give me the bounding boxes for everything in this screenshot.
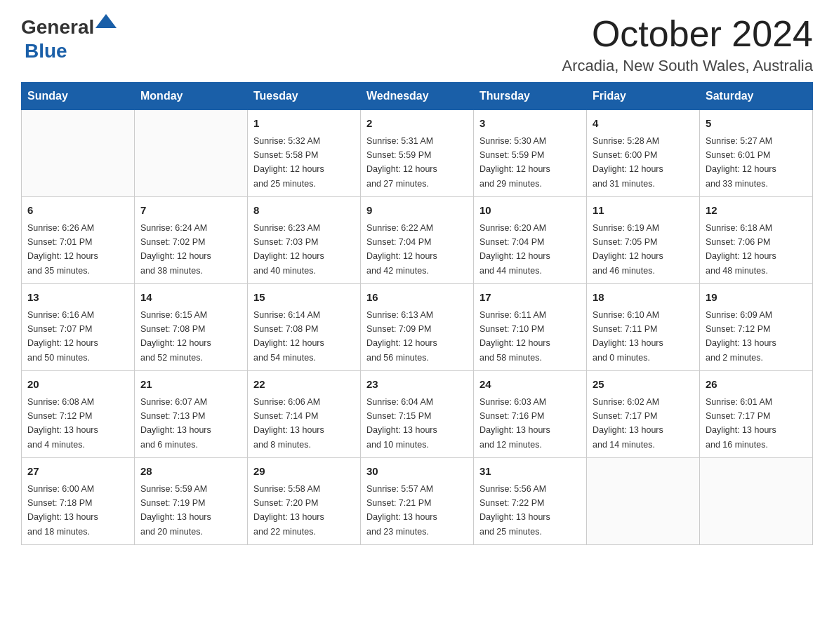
day-number: 16	[366, 290, 468, 306]
logo-icon	[95, 14, 117, 35]
calendar-cell: 12Sunrise: 6:18 AMSunset: 7:06 PMDayligh…	[700, 197, 813, 284]
calendar-cell: 4Sunrise: 5:28 AMSunset: 6:00 PMDaylight…	[587, 110, 700, 197]
day-number: 31	[479, 464, 581, 480]
calendar-cell: 11Sunrise: 6:19 AMSunset: 7:05 PMDayligh…	[587, 197, 700, 284]
calendar-cell: 29Sunrise: 5:58 AMSunset: 7:20 PMDayligh…	[248, 458, 361, 545]
day-info: Sunrise: 5:57 AMSunset: 7:21 PMDaylight:…	[366, 484, 437, 537]
day-info: Sunrise: 5:31 AMSunset: 5:59 PMDaylight:…	[366, 136, 437, 189]
day-info: Sunrise: 6:02 AMSunset: 7:17 PMDaylight:…	[593, 397, 663, 450]
day-info: Sunrise: 6:04 AMSunset: 7:15 PMDaylight:…	[366, 397, 437, 450]
calendar-cell: 19Sunrise: 6:09 AMSunset: 7:12 PMDayligh…	[700, 284, 813, 371]
day-number: 3	[479, 116, 581, 132]
day-info: Sunrise: 6:23 AMSunset: 7:03 PMDaylight:…	[253, 223, 324, 276]
calendar-table: SundayMondayTuesdayWednesdayThursdayFrid…	[21, 82, 813, 545]
day-info: Sunrise: 6:24 AMSunset: 7:02 PMDaylight:…	[140, 223, 211, 276]
calendar-cell: 9Sunrise: 6:22 AMSunset: 7:04 PMDaylight…	[361, 197, 474, 284]
day-number: 27	[27, 464, 128, 480]
day-info: Sunrise: 5:28 AMSunset: 6:00 PMDaylight:…	[593, 136, 663, 189]
weekday-header-row: SundayMondayTuesdayWednesdayThursdayFrid…	[22, 83, 813, 110]
day-number: 25	[593, 377, 694, 393]
calendar-header: SundayMondayTuesdayWednesdayThursdayFrid…	[22, 83, 813, 110]
calendar-cell: 2Sunrise: 5:31 AMSunset: 5:59 PMDaylight…	[361, 110, 474, 197]
calendar-cell: 13Sunrise: 6:16 AMSunset: 7:07 PMDayligh…	[22, 284, 135, 371]
day-info: Sunrise: 6:15 AMSunset: 7:08 PMDaylight:…	[140, 310, 211, 363]
day-info: Sunrise: 6:14 AMSunset: 7:08 PMDaylight:…	[253, 310, 324, 363]
calendar-cell: 21Sunrise: 6:07 AMSunset: 7:13 PMDayligh…	[135, 371, 248, 458]
day-number: 28	[140, 464, 241, 480]
day-number: 5	[706, 116, 807, 132]
weekday-header-thursday: Thursday	[474, 83, 587, 110]
day-number: 11	[593, 203, 694, 219]
day-info: Sunrise: 5:58 AMSunset: 7:20 PMDaylight:…	[253, 484, 324, 537]
day-number: 6	[27, 203, 128, 219]
day-info: Sunrise: 6:00 AMSunset: 7:18 PMDaylight:…	[27, 484, 98, 537]
weekday-header-monday: Monday	[135, 83, 248, 110]
calendar-cell	[135, 110, 248, 197]
day-info: Sunrise: 5:30 AMSunset: 5:59 PMDaylight:…	[479, 136, 550, 189]
calendar-cell: 20Sunrise: 6:08 AMSunset: 7:12 PMDayligh…	[22, 371, 135, 458]
day-number: 30	[366, 464, 468, 480]
weekday-header-tuesday: Tuesday	[248, 83, 361, 110]
day-number: 9	[366, 203, 468, 219]
calendar-cell	[22, 110, 135, 197]
day-info: Sunrise: 6:16 AMSunset: 7:07 PMDaylight:…	[27, 310, 98, 363]
calendar-cell: 27Sunrise: 6:00 AMSunset: 7:18 PMDayligh…	[22, 458, 135, 545]
logo: General Blue	[21, 14, 117, 62]
day-info: Sunrise: 6:19 AMSunset: 7:05 PMDaylight:…	[593, 223, 663, 276]
calendar-cell: 30Sunrise: 5:57 AMSunset: 7:21 PMDayligh…	[361, 458, 474, 545]
calendar-cell: 5Sunrise: 5:27 AMSunset: 6:01 PMDaylight…	[700, 110, 813, 197]
day-number: 15	[253, 290, 355, 306]
calendar-cell: 24Sunrise: 6:03 AMSunset: 7:16 PMDayligh…	[474, 371, 587, 458]
day-number: 23	[366, 377, 468, 393]
weekday-header-sunday: Sunday	[22, 83, 135, 110]
calendar-cell: 23Sunrise: 6:04 AMSunset: 7:15 PMDayligh…	[361, 371, 474, 458]
day-info: Sunrise: 6:07 AMSunset: 7:13 PMDaylight:…	[140, 397, 211, 450]
day-number: 2	[366, 116, 468, 132]
day-info: Sunrise: 5:59 AMSunset: 7:19 PMDaylight:…	[140, 484, 211, 537]
calendar-cell: 26Sunrise: 6:01 AMSunset: 7:17 PMDayligh…	[700, 371, 813, 458]
day-info: Sunrise: 6:03 AMSunset: 7:16 PMDaylight:…	[479, 397, 550, 450]
day-info: Sunrise: 6:01 AMSunset: 7:17 PMDaylight:…	[706, 397, 776, 450]
day-info: Sunrise: 6:08 AMSunset: 7:12 PMDaylight:…	[27, 397, 98, 450]
day-number: 14	[140, 290, 241, 306]
calendar-cell: 3Sunrise: 5:30 AMSunset: 5:59 PMDaylight…	[474, 110, 587, 197]
day-number: 12	[706, 203, 807, 219]
weekday-header-friday: Friday	[587, 83, 700, 110]
day-number: 21	[140, 377, 241, 393]
day-number: 18	[593, 290, 694, 306]
calendar-cell	[587, 458, 700, 545]
logo-general: General	[21, 16, 94, 39]
day-info: Sunrise: 6:20 AMSunset: 7:04 PMDaylight:…	[479, 223, 550, 276]
calendar-cell	[700, 458, 813, 545]
day-number: 10	[479, 203, 581, 219]
day-info: Sunrise: 6:11 AMSunset: 7:10 PMDaylight:…	[479, 310, 550, 363]
calendar-cell: 6Sunrise: 6:26 AMSunset: 7:01 PMDaylight…	[22, 197, 135, 284]
calendar-cell: 10Sunrise: 6:20 AMSunset: 7:04 PMDayligh…	[474, 197, 587, 284]
calendar-cell: 22Sunrise: 6:06 AMSunset: 7:14 PMDayligh…	[248, 371, 361, 458]
day-info: Sunrise: 6:09 AMSunset: 7:12 PMDaylight:…	[706, 310, 776, 363]
weekday-header-saturday: Saturday	[700, 83, 813, 110]
page-header: General Blue October 2024 Arcadia, New S…	[21, 14, 813, 75]
calendar-week-row: 27Sunrise: 6:00 AMSunset: 7:18 PMDayligh…	[22, 458, 813, 545]
day-info: Sunrise: 6:18 AMSunset: 7:06 PMDaylight:…	[706, 223, 776, 276]
day-number: 7	[140, 203, 241, 219]
day-number: 1	[253, 116, 355, 132]
day-info: Sunrise: 5:32 AMSunset: 5:58 PMDaylight:…	[253, 136, 324, 189]
location: Arcadia, New South Wales, Australia	[562, 57, 813, 75]
day-number: 13	[27, 290, 128, 306]
logo-blue: Blue	[25, 40, 67, 62]
calendar-cell: 18Sunrise: 6:10 AMSunset: 7:11 PMDayligh…	[587, 284, 700, 371]
month-title: October 2024	[562, 14, 813, 54]
day-number: 24	[479, 377, 581, 393]
calendar-week-row: 1Sunrise: 5:32 AMSunset: 5:58 PMDaylight…	[22, 110, 813, 197]
calendar-week-row: 20Sunrise: 6:08 AMSunset: 7:12 PMDayligh…	[22, 371, 813, 458]
day-info: Sunrise: 6:06 AMSunset: 7:14 PMDaylight:…	[253, 397, 324, 450]
calendar-cell: 7Sunrise: 6:24 AMSunset: 7:02 PMDaylight…	[135, 197, 248, 284]
day-info: Sunrise: 5:56 AMSunset: 7:22 PMDaylight:…	[479, 484, 550, 537]
day-info: Sunrise: 5:27 AMSunset: 6:01 PMDaylight:…	[706, 136, 776, 189]
calendar-cell: 14Sunrise: 6:15 AMSunset: 7:08 PMDayligh…	[135, 284, 248, 371]
calendar-cell: 28Sunrise: 5:59 AMSunset: 7:19 PMDayligh…	[135, 458, 248, 545]
day-info: Sunrise: 6:10 AMSunset: 7:11 PMDaylight:…	[593, 310, 663, 363]
title-section: October 2024 Arcadia, New South Wales, A…	[562, 14, 813, 75]
day-number: 4	[593, 116, 694, 132]
